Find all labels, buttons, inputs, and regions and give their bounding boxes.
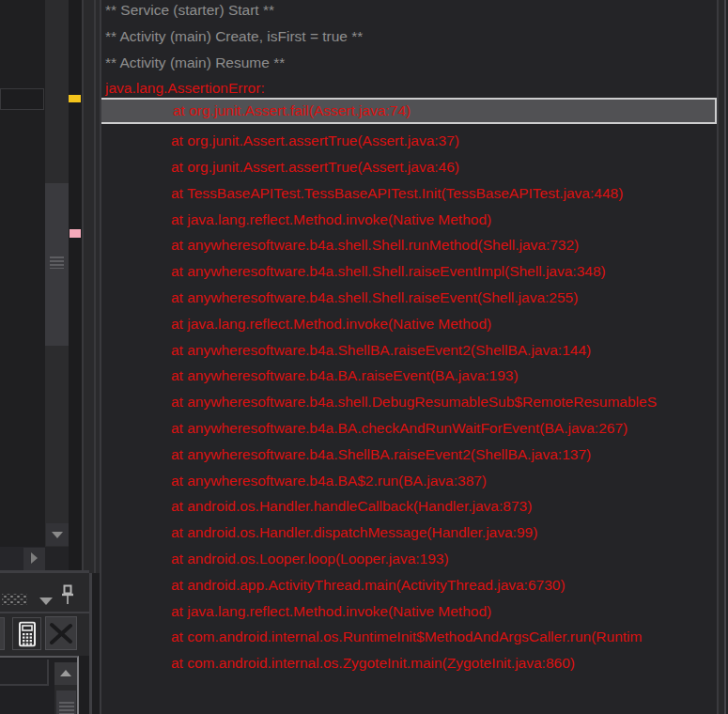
x-icon — [48, 622, 74, 644]
log-line[interactable]: at anywheresoftware.b4a.ShellBA.raiseEve… — [101, 337, 717, 364]
splitter-column[interactable] — [84, 0, 94, 573]
dock-header — [0, 573, 89, 612]
yellow-position-marker — [69, 95, 81, 102]
log-line[interactable]: at anywheresoftware.b4a.ShellBA.raiseEve… — [101, 442, 717, 468]
pin-button[interactable] — [60, 584, 75, 607]
scroll-right-button[interactable] — [23, 548, 45, 570]
ide-window: ** Service (starter) Start **** Activity… — [0, 0, 728, 714]
scrollbar-grip — [59, 702, 74, 714]
arrow-down-icon — [52, 532, 63, 538]
pin-icon — [60, 584, 75, 607]
splitter-line[interactable] — [89, 573, 92, 714]
chevron-down-icon[interactable] — [39, 598, 53, 605]
log-line[interactable]: ** Activity (main) Create, isFirst = tru… — [101, 23, 717, 50]
log-list: ** Service (starter) Start **** Activity… — [101, 0, 717, 676]
bottom-panel-field[interactable] — [0, 660, 49, 686]
arrow-right-icon — [31, 552, 38, 564]
vertical-scrollbar-thumb[interactable] — [45, 183, 69, 346]
log-line[interactable]: at org.junit.Assert.assertTrue(Assert.ja… — [101, 154, 717, 180]
log-line[interactable]: at java.lang.reflect.Method.invoke(Nativ… — [101, 598, 717, 625]
disconnect-button[interactable] — [45, 616, 77, 650]
log-line[interactable]: at android.os.Handler.handleCallback(Han… — [101, 493, 717, 520]
vertical-scrollbar-thumb[interactable] — [56, 691, 76, 714]
log-line[interactable]: at anywheresoftware.b4a.shell.Shell.rais… — [101, 285, 717, 311]
log-line[interactable]: at com.android.internal.os.RuntimeInit$M… — [101, 624, 717, 650]
log-line[interactable]: ** Activity (main) Resume ** — [101, 50, 717, 76]
log-line[interactable]: at anywheresoftware.b4a.shell.DebugResum… — [101, 389, 717, 415]
log-line[interactable]: at java.lang.reflect.Method.invoke(Nativ… — [101, 311, 717, 337]
log-line[interactable]: at anywheresoftware.b4a.BA.checkAndRunWa… — [101, 415, 717, 442]
log-line[interactable]: at org.junit.Assert.assertTrue(Assert.ja… — [101, 128, 717, 154]
scroll-down-button[interactable] — [46, 523, 69, 546]
log-line[interactable]: at com.android.internal.os.ZygoteInit.ma… — [101, 650, 717, 676]
log-line[interactable]: at anywheresoftware.b4a.BA$2.run(BA.java… — [101, 468, 717, 494]
calculator-button[interactable] — [12, 617, 41, 650]
marker-gutter — [69, 0, 82, 573]
arrow-up-icon — [60, 670, 71, 676]
log-line-selected[interactable]: at org.junit.Assert.fail(Assert.java:74) — [101, 98, 717, 124]
side-panel — [0, 0, 45, 573]
drag-dots-grip[interactable] — [2, 594, 27, 605]
scrollbar-corner — [45, 547, 69, 571]
scrollbar-grip — [50, 256, 64, 269]
calculator-icon — [19, 621, 36, 646]
log-line[interactable]: at TessBaseAPITest.TessBaseAPITest.Init(… — [101, 180, 717, 207]
scroll-up-button[interactable] — [54, 662, 77, 685]
pink-position-marker — [70, 229, 81, 238]
log-line[interactable]: at android.os.Looper.loop(Looper.java:19… — [101, 546, 717, 572]
side-panel-highlight-box[interactable] — [0, 88, 44, 110]
toolbar-button-partial[interactable] — [0, 617, 5, 650]
log-line[interactable]: at android.os.Handler.dispatchMessage(Ha… — [101, 520, 717, 546]
log-line[interactable]: at android.app.ActivityThread.main(Activ… — [101, 572, 717, 598]
dock-toolbar — [0, 613, 89, 656]
log-line[interactable]: at anywheresoftware.b4a.shell.Shell.runM… — [101, 232, 717, 258]
bottom-tool-panel — [0, 656, 79, 714]
log-line[interactable]: ** Service (starter) Start ** — [101, 0, 717, 23]
log-line[interactable]: at anywheresoftware.b4a.shell.Shell.rais… — [101, 258, 717, 285]
log-line[interactable]: at java.lang.reflect.Method.invoke(Nativ… — [101, 207, 717, 233]
log-line[interactable]: at anywheresoftware.b4a.BA.raiseEvent(BA… — [101, 363, 717, 389]
log-output-panel[interactable]: ** Service (starter) Start **** Activity… — [101, 0, 717, 714]
